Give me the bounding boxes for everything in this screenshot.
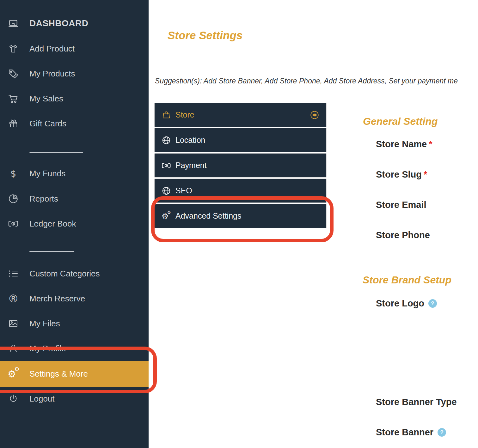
sidebar-item-gift-cards[interactable]: Gift Cards — [0, 111, 149, 136]
sidebar-item-my-products[interactable]: My Products — [0, 61, 149, 86]
sidebar-item-settings-and-more[interactable]: ⚙ ⚙ Settings & More — [0, 361, 149, 387]
sidebar-item-label: My Sales — [29, 94, 63, 104]
general-setting-heading: General Setting — [363, 116, 438, 127]
store-logo-label: Store Logo ? — [376, 298, 437, 309]
page-title: Store Settings — [168, 29, 242, 42]
sidebar-item-my-funds[interactable]: $ My Funds — [0, 161, 149, 186]
laptop-icon — [6, 18, 21, 29]
settings-tab-advanced-settings[interactable]: ⚙ ⚙ Advanced Settings — [154, 204, 327, 228]
help-icon[interactable]: ? — [428, 299, 437, 308]
sidebar-item-dashboard[interactable]: DASHBOARD — [0, 11, 149, 36]
globe-icon — [161, 186, 172, 196]
sidebar-item-reports[interactable]: Reports — [0, 186, 149, 211]
shopping-bag-icon — [161, 110, 172, 120]
sidebar-item-label: Ledger Book — [29, 219, 76, 229]
tshirt-icon — [6, 44, 21, 54]
banknote-icon — [161, 160, 172, 171]
sidebar-item-my-profile[interactable]: My Profile — [0, 336, 149, 361]
globe-icon — [161, 136, 172, 145]
list-icon — [6, 269, 21, 279]
sidebar-item-label: Logout — [29, 394, 55, 404]
gears-icon: ⚙ ⚙ — [161, 211, 172, 221]
sidebar-item-logout[interactable]: Logout — [0, 386, 149, 411]
pie-chart-icon — [6, 193, 21, 204]
sidebar-item-label: DASHBOARD — [29, 18, 89, 28]
person-icon — [6, 343, 21, 354]
store-settings-menu: Store Location Payment — [154, 103, 327, 229]
sidebar-item-label: Settings & More — [29, 369, 88, 379]
sidebar-item-label: Reports — [29, 194, 58, 204]
help-icon[interactable]: ? — [438, 428, 446, 437]
store-email-label: Store Email — [376, 200, 426, 210]
sidebar: DASHBOARD Add Product My Products My Sal… — [0, 0, 149, 448]
power-icon — [6, 394, 21, 404]
gift-icon — [6, 118, 21, 129]
sidebar-item-label: Add Product — [29, 44, 75, 54]
store-brand-setup-heading: Store Brand Setup — [363, 274, 451, 286]
store-banner-type-label: Store Banner Type — [376, 397, 457, 407]
cart-icon — [6, 93, 21, 104]
store-name-label: Store Name * — [376, 139, 432, 149]
sidebar-divider — [29, 152, 83, 153]
settings-tab-payment[interactable]: Payment — [154, 153, 327, 178]
settings-tab-label: Payment — [175, 161, 207, 170]
required-asterisk: * — [429, 139, 432, 149]
image-icon — [6, 318, 21, 329]
suggestion-text: Suggestion(s): Add Store Banner, Add Sto… — [155, 77, 458, 85]
sidebar-item-label: Gift Cards — [29, 119, 66, 129]
sidebar-item-merch-reserve[interactable]: ® Merch Reserve — [0, 286, 149, 311]
store-slug-label: Store Slug * — [376, 169, 427, 180]
settings-tab-seo[interactable]: SEO — [154, 179, 327, 203]
sidebar-item-label: Merch Reserve — [29, 294, 85, 304]
settings-tab-label: Store — [175, 110, 194, 119]
settings-tab-label: Location — [175, 136, 205, 145]
settings-tab-label: Advanced Settings — [175, 211, 241, 221]
store-phone-label: Store Phone — [376, 230, 430, 240]
sidebar-item-label: My Profile — [29, 344, 66, 354]
sidebar-item-my-files[interactable]: My Files — [0, 311, 149, 336]
sidebar-item-label: My Products — [29, 69, 75, 79]
banknote-icon — [6, 218, 21, 229]
sidebar-item-my-sales[interactable]: My Sales — [0, 86, 149, 111]
sidebar-item-add-product[interactable]: Add Product — [0, 36, 149, 61]
store-banner-label: Store Banner ? — [376, 427, 446, 438]
dollar-icon: $ — [6, 168, 21, 179]
arrow-circle-right-icon[interactable] — [310, 110, 319, 120]
settings-tab-store[interactable]: Store — [154, 103, 327, 127]
sidebar-item-label: My Files — [29, 319, 60, 329]
sidebar-item-ledger-book[interactable]: Ledger Book — [0, 211, 149, 236]
sidebar-item-label: My Funds — [29, 169, 65, 179]
tag-icon — [6, 68, 21, 79]
settings-tab-label: SEO — [175, 186, 192, 195]
gears-icon: ⚙ ⚙ — [6, 368, 21, 380]
registered-icon: ® — [6, 294, 21, 304]
sidebar-item-label: Custom Categories — [29, 269, 100, 279]
required-asterisk: * — [424, 169, 427, 180]
sidebar-divider — [29, 251, 74, 252]
sidebar-item-custom-categories[interactable]: Custom Categories — [0, 261, 149, 286]
settings-tab-location[interactable]: Location — [154, 128, 327, 152]
